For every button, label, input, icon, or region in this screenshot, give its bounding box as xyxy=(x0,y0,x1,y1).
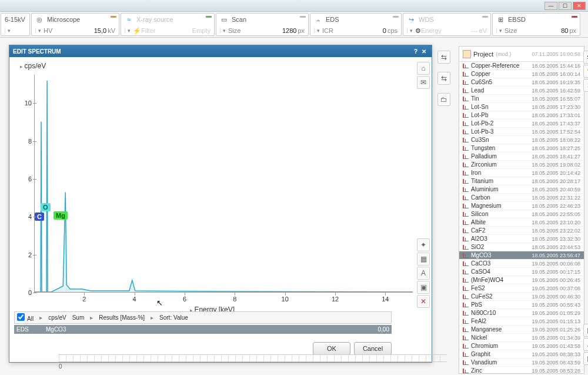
wand-icon[interactable]: ✦ xyxy=(417,238,430,251)
peak-label-o[interactable]: O xyxy=(41,203,51,211)
project-item[interactable]: Carbon18.05.2005 22:31:22 xyxy=(459,194,584,202)
project-list[interactable]: Copper-Reference18.05.2005 15:44:16Coppe… xyxy=(459,62,584,373)
item-timestamp: 18.05.2005 23:22:02 xyxy=(532,228,580,234)
project-item[interactable]: MgCO318.05.2005 23:56:47 xyxy=(459,251,584,260)
spectrum-icon xyxy=(463,97,469,101)
project-item[interactable]: Iron18.05.2005 20:14:42 xyxy=(459,169,584,177)
col-cpsev[interactable]: cps/eV xyxy=(48,314,66,321)
dialog-close-icon[interactable]: ✕ xyxy=(420,48,428,55)
project-item[interactable]: Vanadium19.05.2005 08:43:59 xyxy=(459,359,584,367)
project-item[interactable]: Magnesium18.05.2005 22:46:23 xyxy=(459,202,584,210)
project-item[interactable]: Manganese19.05.2005 01:25:26 xyxy=(459,326,584,334)
plot-canvas[interactable]: C O Mg xyxy=(34,75,413,293)
maximize-button[interactable]: ☐ xyxy=(559,2,572,10)
project-item[interactable]: Lead18.05.2005 16:42:59 xyxy=(459,87,584,95)
gear-icon[interactable]: ⚙ xyxy=(415,27,421,35)
param-value[interactable]: 80 xyxy=(561,27,568,34)
dialog-titlebar[interactable]: EDIT SPECTRUM ? ✕ xyxy=(9,45,432,57)
project-item[interactable]: Graphit19.05.2005 08:38:33 xyxy=(459,350,584,359)
param-value[interactable]: 15,0 xyxy=(94,27,106,34)
project-item[interactable]: Lot-Pb18.05.2005 17:33:01 xyxy=(459,111,584,120)
ok-button[interactable]: OK xyxy=(313,342,350,355)
swap-icon[interactable]: ⇆ xyxy=(583,51,588,64)
item-timestamp: 19.05.2005 00:46:30 xyxy=(532,294,580,300)
home-icon[interactable]: ⌂ xyxy=(417,62,430,75)
project-item[interactable]: Lot-Pb-218.05.2005 17:43:37 xyxy=(459,120,584,128)
project-item[interactable]: CuFeS219.05.2005 00:46:30 xyxy=(459,293,584,301)
item-timestamp: 18.05.2005 22:31:22 xyxy=(532,195,580,201)
dialog-help-icon[interactable]: ? xyxy=(412,48,420,55)
mail-icon[interactable]: ✉ xyxy=(417,76,430,89)
project-item[interactable]: Silicon18.05.2005 22:55:05 xyxy=(459,210,584,218)
chevron-down-icon[interactable]: ▾ xyxy=(5,28,13,34)
project-item[interactable]: Titanium18.05.2005 20:28:17 xyxy=(459,177,584,185)
chevron-down-icon[interactable]: ▾ xyxy=(496,28,505,34)
project-item[interactable]: CaSO419.05.2005 00:17:15 xyxy=(459,268,584,276)
item-name: Lead xyxy=(471,87,532,94)
col-sort[interactable]: Sort: Value xyxy=(159,314,188,321)
voltage-range[interactable]: 6-15kV xyxy=(1,14,29,25)
periodic-icon[interactable]: ▦ xyxy=(417,253,430,266)
periodic-icon[interactable]: ▦ xyxy=(583,324,588,337)
project-item[interactable]: Albite18.05.2005 23:10:20 xyxy=(459,218,584,227)
param-value[interactable]: 0 xyxy=(383,27,386,34)
text-a-icon[interactable]: A xyxy=(417,267,430,280)
spectrum-icon xyxy=(463,121,469,126)
chevron-down-icon[interactable]: ▾ xyxy=(407,28,415,34)
project-item[interactable]: SiO218.05.2005 23:44:53 xyxy=(459,243,584,251)
project-item[interactable]: Chromium19.05.2005 01:43:58 xyxy=(459,342,584,350)
project-item[interactable]: CaCO319.05.2005 00:06:08 xyxy=(459,260,584,268)
project-item[interactable]: Tungsten18.05.2005 18:27:25 xyxy=(459,144,584,152)
chevron-down-icon[interactable]: ▾ xyxy=(220,28,228,34)
chevron-down-icon[interactable]: ▾ xyxy=(125,28,133,34)
element-tool-icon[interactable]: ▣ xyxy=(417,281,430,294)
spectrum-plot[interactable]: cps/eV C O Mg 0246810 2468101214 Energy … xyxy=(9,57,415,362)
project-item[interactable]: Lot-Sn18.05.2005 17:23:30 xyxy=(459,103,584,111)
project-item[interactable]: Tin18.05.2005 16:55:07 xyxy=(459,95,584,103)
project-item[interactable]: Palladium18.05.2005 18:41:27 xyxy=(459,152,584,161)
chevron-down-icon[interactable]: ▾ xyxy=(314,28,322,34)
project-item[interactable]: Nickel19.05.2005 01:34:39 xyxy=(459,334,584,342)
peak-label-mg[interactable]: Mg xyxy=(54,211,68,220)
all-checkbox[interactable]: All xyxy=(17,313,34,322)
project-item[interactable]: PbS19.05.2005 00:55:43 xyxy=(459,301,584,309)
folder-icon[interactable]: 🗀 xyxy=(437,93,450,106)
item-timestamp: 19.05.2005 00:37:08 xyxy=(532,286,580,291)
col-results[interactable]: Results [Mass-%] xyxy=(99,314,145,321)
delete-icon[interactable]: ✕ xyxy=(583,79,588,92)
project-item[interactable]: Aluminium18.05.2005 20:40:59 xyxy=(459,185,584,194)
chevron-down-icon[interactable]: ▾ xyxy=(35,28,44,34)
y-tick: 0 xyxy=(21,289,32,296)
project-item[interactable]: Copper-Reference18.05.2005 15:44:16 xyxy=(459,62,584,70)
status-indicator xyxy=(111,16,116,18)
project-item[interactable]: Cu3Sn18.05.2005 18:08:22 xyxy=(459,136,584,144)
param-value[interactable]: --- xyxy=(472,27,478,34)
swap-icon[interactable]: ⇆ xyxy=(437,72,450,85)
project-item[interactable]: Zinc19.05.2005 08:53:28 xyxy=(459,367,584,373)
project-item[interactable]: Ni90Cr1019.05.2005 01:05:29 xyxy=(459,309,584,317)
edit-icon[interactable]: ✎ xyxy=(583,65,588,78)
project-item[interactable]: FeAl219.05.2005 01:15:13 xyxy=(459,317,584,326)
swap-icon[interactable]: ⇆ xyxy=(437,51,450,64)
project-item[interactable]: (MnFe)WO419.05.2005 00:26:45 xyxy=(459,276,584,284)
project-item[interactable]: Cu6Sn518.05.2005 16:19:35 xyxy=(459,78,584,87)
project-header[interactable]: Project (mod.) 07.11.2005 16:00:58 xyxy=(459,47,584,62)
project-item[interactable]: Al2O318.05.2005 23:32:30 xyxy=(459,235,584,243)
param-value[interactable]: Empty xyxy=(192,27,211,34)
project-item[interactable]: CaF218.05.2005 23:22:02 xyxy=(459,227,584,235)
col-sum[interactable]: Sum xyxy=(72,314,85,321)
project-item[interactable]: Zirconium18.05.2005 19:08:02 xyxy=(459,161,584,169)
minimize-button[interactable]: — xyxy=(544,2,557,10)
dialog-title: EDIT SPECTRUM xyxy=(13,48,61,55)
project-item[interactable]: FeS219.05.2005 00:37:08 xyxy=(459,284,584,293)
chart-icon[interactable]: ▤ xyxy=(583,352,588,365)
cancel-button[interactable]: Cancel xyxy=(354,342,392,355)
x-tick: 4 xyxy=(133,296,136,303)
delete-icon[interactable]: ✕ xyxy=(417,295,430,308)
param-value[interactable]: 1280 xyxy=(282,27,296,34)
close-button[interactable]: ✕ xyxy=(573,2,586,10)
project-item[interactable]: Lot-Pb-318.05.2005 17:52:54 xyxy=(459,128,584,136)
project-item[interactable]: Copper18.05.2005 16:00:14 xyxy=(459,70,584,78)
text-a-icon[interactable]: A xyxy=(583,338,588,351)
result-row[interactable]: EDS MgCO3 0,00 xyxy=(14,325,392,334)
